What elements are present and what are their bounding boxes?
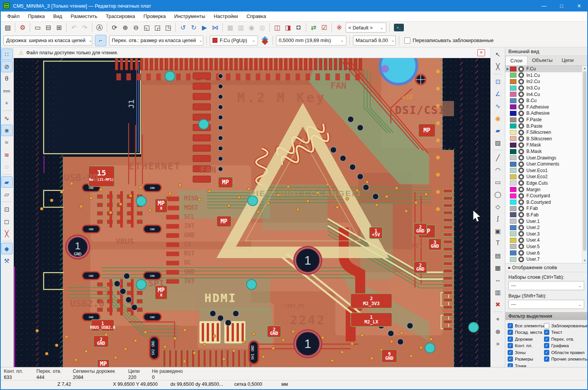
grid-dropdown[interactable]: 0,5000 mm (19,69 mils)⌄ <box>276 36 346 46</box>
visibility-eye-icon[interactable] <box>518 237 524 243</box>
menu-edit[interactable]: Правка <box>24 12 49 21</box>
zone-outline-mode-button[interactable]: ▱ <box>1 188 13 200</box>
layer-color-swatch[interactable] <box>510 238 516 243</box>
layer-color-swatch[interactable] <box>510 98 516 103</box>
layer-color-swatch[interactable] <box>510 187 516 192</box>
layer-row-user-2[interactable]: User.2 <box>505 224 587 231</box>
zoom-dropdown[interactable]: Масштаб 8,00⌄ <box>353 36 396 46</box>
track-width-dropdown[interactable]: Дорожка: ширина из класса цепей⌄ <box>3 36 92 46</box>
zoom-in-button[interactable]: ⊕ <box>120 22 131 33</box>
flip-view-button[interactable]: ▶ <box>199 22 210 33</box>
group-button[interactable]: ▦ <box>225 22 235 33</box>
visibility-eye-icon[interactable] <box>518 149 524 154</box>
pcb-canvas[interactable]: ⚠ Файл платы доступен только для чтения.… <box>14 47 490 367</box>
layer-row-b-cu[interactable]: B.Cu <box>505 98 587 104</box>
track-posture-button[interactable]: ⌐ <box>95 35 106 46</box>
add-leader-button[interactable]: ▥ <box>492 286 504 298</box>
maximize-button[interactable]: □ <box>553 0 570 11</box>
visibility-eye-icon[interactable] <box>518 85 524 91</box>
layer-row-b-courtyard[interactable]: B.Courtyard <box>505 199 587 205</box>
footprint-properties-button[interactable]: ◘ <box>293 22 304 33</box>
plot-button[interactable]: ⊞ <box>54 22 64 33</box>
layer-row-user-4[interactable]: User.4 <box>505 237 587 244</box>
units-mm-button[interactable]: mm <box>1 85 13 97</box>
layer-color-swatch[interactable] <box>510 155 516 160</box>
filter-[interactable]: ✓Посад. места <box>508 329 544 336</box>
menu-file[interactable]: Файл <box>3 12 24 21</box>
layer-row-edge-cuts[interactable]: Edge.Cuts <box>505 180 587 187</box>
properties-panel-button[interactable]: ⚒ <box>1 255 13 266</box>
layer-color-swatch[interactable] <box>510 180 516 185</box>
track-outline-mode-button[interactable]: ╳ <box>1 228 13 239</box>
add-rule-area-button[interactable]: ▨ <box>492 137 504 148</box>
cursor-shape-button[interactable]: + <box>1 98 13 109</box>
layer-list-scrollbar[interactable]: ▲ ▼ <box>582 66 587 263</box>
visibility-eye-icon[interactable] <box>518 174 524 180</box>
add-textbox-button[interactable]: ▤ <box>492 250 504 261</box>
tune-length-button[interactable]: ∿ <box>492 100 504 112</box>
menu-inspect[interactable]: Проверка <box>139 12 170 21</box>
zone-fill-mode-button[interactable]: ▰ <box>1 176 13 188</box>
net-inspector-button[interactable]: ※ <box>334 22 345 33</box>
layer-row-in4-cu[interactable]: In4.Cu <box>505 91 587 98</box>
place-footprint-button[interactable]: ⊡ <box>492 76 504 87</box>
filter-[interactable]: ✓Все элементы <box>508 322 544 329</box>
warning-close-button[interactable]: ✕ <box>477 49 485 56</box>
menu-preferences[interactable]: Настройки <box>209 12 242 21</box>
visibility-eye-icon[interactable] <box>518 218 524 224</box>
layer-color-swatch[interactable] <box>510 206 516 211</box>
layer-color-swatch[interactable] <box>510 200 516 205</box>
layer-row-user-drawings[interactable]: User.Drawings <box>505 154 587 161</box>
ratsnest-lines-button[interactable]: ∿ <box>1 112 13 124</box>
add-via-button[interactable]: ◉ <box>492 112 504 124</box>
layer-row-f-courtyard[interactable]: F.Courtyard <box>505 193 587 199</box>
layer-row-in3-cu[interactable]: In3.Cu <box>505 85 587 91</box>
via-display-mode-button[interactable]: ◌ <box>1 161 13 173</box>
minimize-button[interactable]: — <box>535 0 553 11</box>
layer-color-swatch[interactable] <box>510 212 516 217</box>
menu-route[interactable]: Трассировка <box>101 12 139 21</box>
layer-color-swatch[interactable] <box>510 73 516 78</box>
layer-color-swatch[interactable] <box>510 244 516 249</box>
add-line-button[interactable]: ╱ <box>492 152 504 163</box>
add-arc-button[interactable]: ◠ <box>492 164 504 176</box>
layer-row-b-paste[interactable]: B.Paste <box>505 123 587 129</box>
visibility-eye-icon[interactable] <box>518 91 524 97</box>
layer-color-swatch[interactable] <box>510 104 516 109</box>
close-button[interactable]: ✕ <box>570 0 588 11</box>
layer-color-swatch[interactable] <box>510 168 516 173</box>
board-setup-button[interactable]: ⚙ <box>17 22 28 33</box>
net-color-mode-button[interactable]: ≋ <box>1 149 13 161</box>
menu-help[interactable]: Справка <box>242 12 270 21</box>
scripting-console-button[interactable]: >_ <box>394 24 404 31</box>
menu-place[interactable]: Разместить <box>66 12 101 21</box>
netclass-dropdown[interactable]: < Default >⌄ <box>346 23 386 32</box>
add-bezier-button[interactable]: ∫ <box>492 213 504 224</box>
undo-button[interactable]: ↶ <box>69 22 79 33</box>
unlock-button[interactable]: ◎ <box>257 22 268 33</box>
filter-[interactable]: ✓Конт. пл. <box>508 343 544 349</box>
layer-color-swatch[interactable] <box>510 117 516 122</box>
visibility-eye-icon[interactable] <box>518 72 524 78</box>
layers-manager-button[interactable]: ◆ <box>1 243 13 254</box>
zoom-objects-button[interactable]: ◲ <box>152 22 163 33</box>
layer-color-swatch[interactable] <box>510 143 516 148</box>
layer-row-f-fab[interactable]: F.Fab <box>505 205 587 212</box>
visibility-eye-icon[interactable] <box>518 225 524 231</box>
visibility-eye-icon[interactable] <box>518 79 524 84</box>
views-dropdown[interactable]: ---⌄ <box>508 300 584 309</box>
visibility-eye-icon[interactable] <box>518 231 524 237</box>
visibility-eye-icon[interactable] <box>518 136 524 141</box>
filter-[interactable]: ✓Перех. отв. <box>544 336 588 343</box>
select-tool-button[interactable]: ↖ <box>492 49 504 60</box>
visibility-eye-icon[interactable] <box>518 244 524 249</box>
more-tools-button[interactable]: » <box>492 338 504 349</box>
run-drc-button[interactable]: ☑ <box>319 22 330 33</box>
visibility-eye-icon[interactable] <box>518 199 524 205</box>
layer-pair-icon[interactable] <box>261 37 268 44</box>
layer-row-f-adhesive[interactable]: F.Adhesive <box>505 104 587 110</box>
rotate-cw-button[interactable]: ↻ <box>188 22 199 33</box>
visibility-eye-icon[interactable] <box>518 250 524 256</box>
add-text-button[interactable]: T <box>492 237 504 249</box>
filter-[interactable]: ✓Прочие элементы <box>544 356 588 363</box>
